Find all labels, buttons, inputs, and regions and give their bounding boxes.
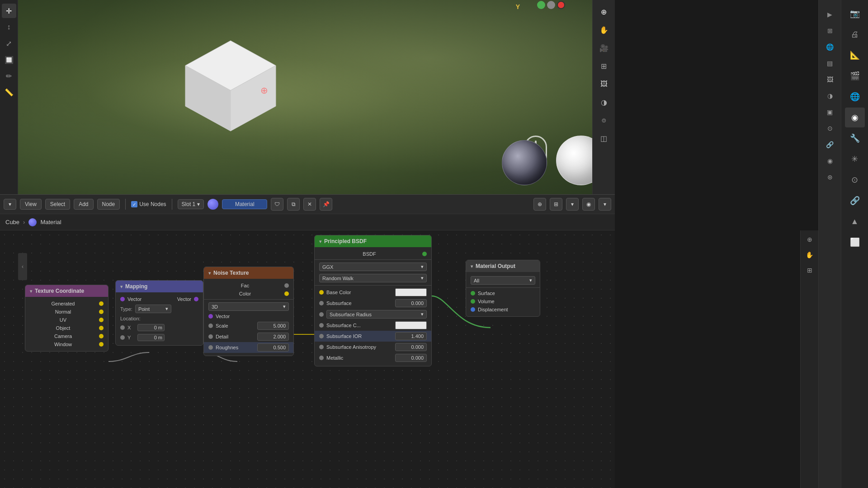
noise-fac-socket[interactable] <box>284 283 289 288</box>
props-data-icon[interactable]: ▲ <box>845 211 865 231</box>
measure-icon[interactable]: 📏 <box>2 85 16 99</box>
props-view-layer-icon[interactable]: 📐 <box>845 45 865 65</box>
node-principled-bsdf[interactable]: ▾ Principled BSDF BSDF GGX ▾ Random Walk <box>314 235 432 366</box>
props-modifier-icon[interactable]: 🔧 <box>845 128 865 148</box>
copy-datablock-button[interactable]: ⧉ <box>287 198 300 211</box>
node-mapping[interactable]: ▾ Mapping Vector Vector Type: Point ▾ Lo… <box>115 280 203 346</box>
node-texture-coordinate[interactable]: ▾ Texture Coordinate Generated Normal UV… <box>25 285 108 352</box>
menu-node[interactable]: Node <box>97 199 120 210</box>
noise-detail-input[interactable] <box>257 333 289 341</box>
bsdf-subcolor-socket[interactable] <box>319 323 324 328</box>
bsdf-subior-socket[interactable] <box>319 334 324 338</box>
output-volume-socket[interactable] <box>471 299 475 304</box>
mapping-y-socket[interactable] <box>120 335 125 340</box>
noise-roughness-input[interactable] <box>257 343 289 352</box>
color-picker-icon[interactable]: ◉ <box>582 198 595 211</box>
bsdf-basecolor-swatch[interactable] <box>395 288 427 296</box>
expand-panel-btn[interactable]: ▾ <box>599 198 611 211</box>
mapping-vector-out-socket[interactable] <box>194 297 198 301</box>
node-tool-icon-10[interactable]: ⊛ <box>823 170 837 184</box>
overlay-icon[interactable]: ⌾ <box>596 112 612 128</box>
pin-button[interactable]: 📌 <box>320 198 332 211</box>
node-noise-texture[interactable]: ▾ Noise Texture Fac Color 3D ▾ <box>203 267 294 356</box>
menu-view[interactable]: View <box>20 199 42 210</box>
noise-color-socket[interactable] <box>284 291 289 296</box>
texcoord-normal-socket[interactable] <box>99 310 104 314</box>
view-mode-btn[interactable]: ▾ <box>566 198 579 211</box>
node-tool-icon-8[interactable]: 🔗 <box>823 137 837 152</box>
bsdf-subcolor-swatch[interactable] <box>395 321 427 329</box>
output-collapse-arrow[interactable]: ▾ <box>471 264 473 269</box>
props-scene-icon[interactable]: 🎬 <box>845 66 865 86</box>
camera-icon[interactable]: 🎥 <box>596 40 612 56</box>
noise-dim-dropdown[interactable]: 3D ▾ <box>208 302 289 311</box>
bsdf-metallic-input[interactable] <box>395 354 427 362</box>
texcoord-window-socket[interactable] <box>99 342 104 347</box>
bsdf-subaniso-input[interactable] <box>395 343 427 351</box>
bsdf-collapse-arrow[interactable]: ▾ <box>319 239 321 244</box>
bsdf-metallic-socket[interactable] <box>319 356 324 360</box>
node-tool-icon-4[interactable]: 🖼 <box>823 72 837 87</box>
3d-viewport[interactable]: ⊕ Y ✛ ↕ ⤢ 🔲 ✏ 📏 ⊕ ✋ 🎥 ⊞ 🖼 ◑ ⌾ ◫ <box>0 0 615 194</box>
output-displacement-socket[interactable] <box>471 307 475 312</box>
texcoord-uv-socket[interactable] <box>99 318 104 322</box>
bsdf-subradius-socket[interactable] <box>319 312 324 317</box>
bsdf-ggx-dropdown[interactable]: GGX ▾ <box>319 263 427 271</box>
select-tool-icon[interactable]: ✛ <box>2 4 16 18</box>
expand-icon-1[interactable]: ▶ <box>823 7 837 22</box>
output-all-dropdown[interactable]: All ▾ <box>471 276 535 285</box>
node-collapse-icon[interactable]: ⊞ <box>802 263 817 277</box>
props-material-icon[interactable]: ◉ <box>845 108 865 127</box>
bsdf-output-socket[interactable] <box>422 252 427 256</box>
bsdf-subsurface-input[interactable] <box>395 299 427 307</box>
node-editor-collapse-left[interactable]: ‹ <box>18 253 27 280</box>
grid-icon[interactable]: ⊞ <box>596 58 612 74</box>
snap-button[interactable]: ⊕ <box>533 198 546 211</box>
node-tool-icon-9[interactable]: ◉ <box>823 154 837 168</box>
unlink-datablock-button[interactable]: ✕ <box>303 198 316 211</box>
menu-editor-type[interactable]: ▾ <box>4 199 16 210</box>
noise-roughness-socket[interactable] <box>208 345 213 350</box>
node-tool-icon-7[interactable]: ⊙ <box>823 121 837 136</box>
node-tool-icon-2[interactable]: 🌐 <box>823 40 837 54</box>
shield-button[interactable]: 🛡 <box>271 198 283 211</box>
props-physics-icon[interactable]: ⊙ <box>845 170 865 190</box>
annotate-icon[interactable]: ✏ <box>2 69 16 83</box>
bsdf-subradius-dropdown[interactable]: Subsurface Radius ▾ <box>326 310 427 319</box>
material-name-field[interactable]: Material <box>222 199 267 209</box>
props-render-icon[interactable]: 📷 <box>845 4 865 23</box>
image-icon[interactable]: 🖼 <box>596 76 612 92</box>
noise-scale-input[interactable] <box>257 322 289 330</box>
node-zoom-icon[interactable]: ⊕ <box>802 232 817 247</box>
menu-select[interactable]: Select <box>45 199 70 210</box>
breadcrumb-material[interactable]: Material <box>40 219 61 225</box>
mapping-vector-in-socket[interactable] <box>120 297 125 301</box>
texcoord-generated-socket[interactable] <box>99 301 104 306</box>
breadcrumb-object[interactable]: Cube <box>5 219 19 225</box>
use-nodes-checkbox[interactable]: ✓ Use Nodes <box>131 201 166 207</box>
move-tool-icon[interactable]: ↕ <box>2 20 16 34</box>
zoom-icon[interactable]: ⊕ <box>596 4 612 20</box>
node-tool-icon-5[interactable]: ◑ <box>823 89 837 103</box>
bsdf-subsurface-socket[interactable] <box>319 301 324 305</box>
props-constraints-icon[interactable]: 🔗 <box>845 191 865 211</box>
props-world-icon[interactable]: 🌐 <box>845 87 865 107</box>
node-tool-icon-6[interactable]: ▣ <box>823 105 837 119</box>
texcoord-object-socket[interactable] <box>99 326 104 330</box>
node-material-output[interactable]: ▾ Material Output All ▾ Surface Volume <box>466 260 540 317</box>
menu-add[interactable]: Add <box>74 199 93 210</box>
slot-dropdown[interactable]: Slot 1 ▾ <box>178 199 204 209</box>
shading-icon[interactable]: ◑ <box>596 94 612 110</box>
mapping-x-input[interactable] <box>137 324 165 331</box>
scale-tool-icon[interactable]: ⤢ <box>2 36 16 51</box>
props-object-icon[interactable]: ⬜ <box>845 232 865 252</box>
view-controls[interactable]: ⊞ <box>550 198 562 211</box>
mapping-x-socket[interactable] <box>120 325 125 330</box>
noise-vector-socket[interactable] <box>208 314 213 319</box>
noise-scale-socket[interactable] <box>208 324 213 328</box>
node-collapse-arrow[interactable]: ▾ <box>30 289 32 294</box>
props-particles-icon[interactable]: ✳ <box>845 149 865 169</box>
node-tool-icon-1[interactable]: ⊞ <box>823 23 837 38</box>
xray-icon[interactable]: ◫ <box>596 130 612 146</box>
mapping-y-input[interactable] <box>137 334 165 341</box>
